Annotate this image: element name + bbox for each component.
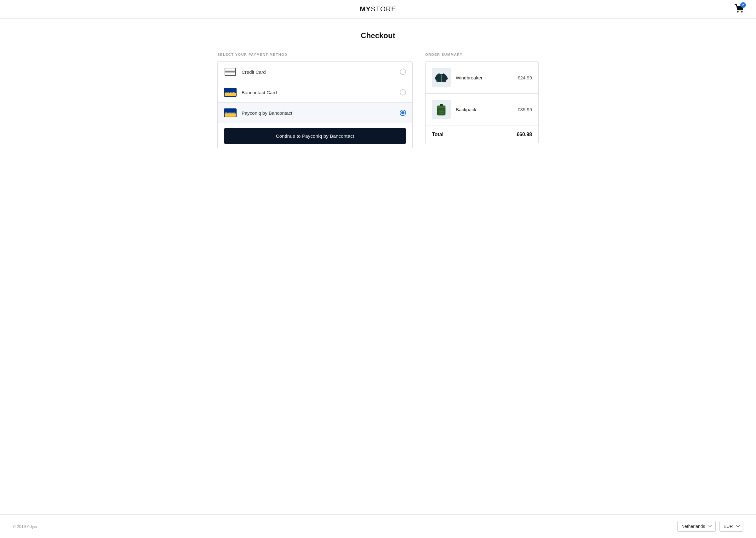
continue-btn-wrapper: Continue to Payconiq by Bancontact <box>218 123 412 149</box>
bancontact-yellow-stripe <box>225 93 236 96</box>
country-select[interactable]: Netherlands Belgium Germany France <box>677 521 716 532</box>
backpack-price: €35.99 <box>518 107 532 112</box>
payment-method-bancontact-card[interactable]: Bancontact Bancontact Card <box>218 82 412 103</box>
logo-store: STORE <box>371 5 396 13</box>
cart-badge: 2 <box>740 2 746 8</box>
page-title: Checkout <box>217 31 539 40</box>
payment-section: SELECT YOUR PAYMENT METHOD Credit Card <box>217 53 413 149</box>
bancontact-card-radio[interactable] <box>400 89 406 95</box>
footer-copyright: © 2019 Adyen <box>13 524 38 529</box>
cart-wrapper: 2 <box>734 4 743 14</box>
total-value: €60.98 <box>517 132 532 137</box>
total-label: Total <box>432 132 517 137</box>
continue-button[interactable]: Continue to Payconiq by Bancontact <box>224 128 406 144</box>
bancontact-card-logo-inner: Bancontact <box>225 88 236 96</box>
credit-card-icon <box>225 68 236 76</box>
checkout-layout: SELECT YOUR PAYMENT METHOD Credit Card <box>217 53 539 149</box>
backpack-image <box>432 100 451 119</box>
order-summary-label: ORDER SUMMARY <box>425 53 539 56</box>
backpack-name: Backpack <box>456 107 518 112</box>
order-total: Total €60.98 <box>426 126 538 144</box>
order-summary-section: ORDER SUMMARY <box>425 53 539 144</box>
payment-methods-box: Credit Card Bancontact <box>217 62 413 149</box>
credit-card-radio[interactable] <box>400 69 406 75</box>
credit-card-label: Credit Card <box>242 69 400 75</box>
bancontact-text: Bancontact <box>225 91 235 93</box>
payconiq-logo: Bancontact <box>224 108 237 117</box>
credit-card-icon-wrapper <box>224 68 237 76</box>
payment-section-label: SELECT YOUR PAYMENT METHOD <box>217 53 413 56</box>
windbreaker-price: €24.99 <box>518 75 532 81</box>
payment-method-credit-card[interactable]: Credit Card <box>218 62 412 82</box>
payconiq-label: Payconiq by Bancontact <box>242 110 400 116</box>
bancontact-card-label: Bancontact Card <box>242 90 400 95</box>
footer: © 2019 Adyen Netherlands Belgium Germany… <box>0 514 756 538</box>
currency-select[interactable]: EUR USD GBP <box>720 521 743 532</box>
order-summary-box: Windbreaker €24.99 <box>425 62 539 144</box>
svg-point-1 <box>741 11 742 12</box>
header: MYSTORE 2 <box>0 0 756 19</box>
bancontact-card-icon-wrapper: Bancontact <box>224 88 237 97</box>
logo-my: MY <box>360 5 371 13</box>
windbreaker-svg <box>433 69 450 86</box>
backpack-svg <box>433 101 450 118</box>
footer-selects: Netherlands Belgium Germany France EUR U… <box>677 521 743 532</box>
payconiq-icon-wrapper: Bancontact <box>224 108 237 117</box>
cart-button[interactable]: 2 <box>734 4 743 14</box>
svg-point-0 <box>737 11 738 12</box>
payment-method-payconiq[interactable]: Bancontact Payconiq by Bancontact <box>218 103 412 123</box>
payconiq-logo-inner: Bancontact <box>225 109 236 117</box>
payconiq-radio[interactable] <box>400 110 406 116</box>
logo: MYSTORE <box>360 5 396 13</box>
order-item-backpack: Backpack €35.99 <box>426 94 538 126</box>
payconiq-yellow-stripe <box>225 113 236 117</box>
windbreaker-image <box>432 68 451 87</box>
payconiq-text: Bancontact <box>225 112 235 114</box>
order-item-windbreaker: Windbreaker €24.99 <box>426 62 538 94</box>
main-content: Checkout SELECT YOUR PAYMENT METHOD Cred… <box>205 19 551 514</box>
windbreaker-name: Windbreaker <box>456 75 518 81</box>
bancontact-card-logo: Bancontact <box>224 88 237 97</box>
